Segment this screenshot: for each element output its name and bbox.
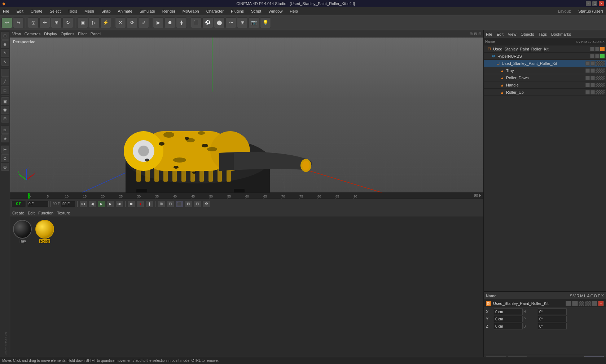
obj-flag-v[interactable] (595, 47, 600, 51)
rotate-tool[interactable]: ↻ (1, 49, 9, 57)
mat-menu-function[interactable]: Function (38, 211, 53, 215)
obj-flag-rd-s[interactable] (585, 76, 590, 80)
tl-mode3[interactable]: ⬛ (175, 200, 183, 208)
coord-x-input[interactable] (494, 308, 523, 315)
vp-icon-pin[interactable]: ⊠ (474, 32, 477, 36)
play-btn[interactable]: ▶ (153, 17, 164, 28)
render-active[interactable]: ⚡ (100, 17, 111, 28)
obj-menu-file[interactable]: File (486, 32, 492, 36)
attr-flag-v[interactable] (572, 301, 578, 306)
keyframe-btn[interactable]: ⧫ (176, 17, 187, 28)
obj-menu-view[interactable]: View (508, 32, 517, 36)
obj-row-tray[interactable]: ▲ Tray (484, 67, 606, 74)
obj-flag-tray-s[interactable] (585, 68, 590, 73)
menu-script[interactable]: Script (250, 8, 263, 14)
vp-icon-settings[interactable]: ⊟ (478, 32, 481, 36)
obj-tex-tray-2[interactable] (600, 68, 605, 73)
mat-menu-texture[interactable]: Texture (57, 211, 70, 215)
obj-flag-s[interactable] (590, 47, 594, 51)
obj-menu-objects[interactable]: Objects (521, 32, 534, 36)
record-btn[interactable]: ⏺ (164, 17, 175, 28)
spline-btn[interactable]: 〜 (225, 17, 236, 28)
live-select-button[interactable]: ◎ (28, 17, 39, 28)
minimize-button[interactable]: − (586, 1, 591, 6)
frame-slider[interactable] (27, 201, 49, 207)
solo-btn[interactable]: ◈ (1, 134, 9, 142)
vp-menu-view[interactable]: View (12, 32, 21, 36)
obj-row-hypernurbs[interactable]: ⊛ HyperNURBS (484, 53, 606, 60)
obj-tex-2[interactable] (600, 61, 605, 66)
menu-simulate[interactable]: Simulate (138, 8, 157, 14)
undo-button[interactable]: ↩ (1, 17, 12, 28)
play-forward-button[interactable]: ▶ (97, 200, 105, 208)
obj-row-handle[interactable]: ▲ Handle (484, 81, 606, 89)
tl-mode1[interactable]: ⊞ (157, 200, 165, 208)
point-mode[interactable]: · (1, 69, 9, 77)
render-view[interactable]: ▷ (89, 17, 100, 28)
menu-snap[interactable]: Snap (100, 8, 112, 14)
obj-flag-ru-v[interactable] (590, 90, 595, 94)
menu-window[interactable]: Window (267, 8, 284, 14)
texture-mode[interactable]: ⬟ (1, 106, 9, 114)
poly-mode[interactable]: ◻ (1, 86, 9, 94)
brush-btn[interactable]: ⊙ (1, 154, 9, 162)
maximize-button[interactable]: □ (592, 1, 597, 6)
menu-file[interactable]: File (1, 8, 11, 14)
obj-tex-h-1[interactable] (596, 83, 600, 87)
tl-settings[interactable]: ⚙ (202, 200, 210, 208)
scale-tool[interactable]: ⤡ (1, 58, 9, 66)
obj-tex-ru-2[interactable] (600, 90, 605, 94)
cylinder-btn[interactable]: ⬤ (214, 17, 225, 28)
attr-tex-1[interactable] (579, 301, 584, 306)
menu-create[interactable]: Create (29, 8, 44, 14)
coord-h-input[interactable] (538, 308, 567, 315)
menu-mograph[interactable]: MoGraph (181, 8, 201, 14)
object-mode[interactable]: ▣ (77, 17, 88, 28)
goto-start-button[interactable]: ⏮ (79, 200, 87, 208)
obj-row-roller-up[interactable]: ▲ Roller_Up (484, 89, 606, 96)
coord-p-input[interactable] (538, 316, 567, 322)
coord-y-input[interactable] (494, 316, 523, 322)
material-item-roller[interactable]: Roller (35, 219, 55, 362)
menu-render[interactable]: Render (161, 8, 177, 14)
goto-end-button[interactable]: ⏭ (115, 200, 123, 208)
move-button[interactable]: ✛ (39, 17, 50, 28)
obj-menu-edit[interactable]: Edit (497, 32, 504, 36)
grid-btn[interactable]: ⊞ (237, 17, 248, 28)
move-tool[interactable]: ⊕ (1, 40, 9, 48)
obj-flag-ru-s[interactable] (585, 90, 590, 94)
attr-flag-s[interactable] (566, 301, 571, 306)
record-button[interactable]: ⏺ (127, 200, 135, 208)
obj-row-kit-top[interactable]: ⊡ Used_Stanley_Paint_Roller_Kit (484, 45, 606, 53)
obj-tex-rd-1[interactable] (596, 76, 600, 80)
attr-tex-2[interactable] (585, 301, 591, 306)
menu-select[interactable]: Select (48, 8, 62, 14)
edge-mode[interactable]: ╱ (1, 77, 9, 85)
obj-flag-sel-s[interactable] (585, 61, 590, 66)
obj-flag-hn-s[interactable] (590, 54, 594, 58)
menu-mesh[interactable]: Mesh (83, 8, 96, 14)
obj-tex-tray-1[interactable] (596, 68, 600, 73)
model-mode[interactable]: ▣ (1, 97, 9, 105)
scale-button[interactable]: ⊞ (51, 17, 62, 28)
obj-tex-1[interactable] (596, 61, 600, 66)
ry-btn[interactable]: ⟳ (127, 17, 137, 28)
menu-animate[interactable]: Animate (117, 8, 134, 14)
sphere-btn[interactable]: ⚽ (202, 17, 213, 28)
coord-z-input[interactable] (494, 323, 523, 329)
obj-flag-h-s[interactable] (585, 83, 590, 87)
menu-edit[interactable]: Edit (15, 8, 25, 14)
snap-btn[interactable]: ⊛ (1, 126, 9, 134)
uvw-mode[interactable]: ⊞ (1, 115, 9, 123)
redo-button[interactable]: ↪ (13, 17, 24, 28)
obj-flag-tray-v[interactable] (590, 68, 595, 73)
tl-mode5[interactable]: ⊡ (193, 200, 201, 208)
mat-menu-edit[interactable]: Edit (28, 211, 35, 215)
null-btn[interactable]: ✕ (115, 17, 126, 28)
obj-flag-hn-v[interactable] (595, 54, 600, 58)
prev-frame-button[interactable]: ◀ (88, 200, 96, 208)
paint-btn[interactable]: ◍ (1, 163, 9, 171)
next-frame-button[interactable]: ▶ (106, 200, 114, 208)
obj-menu-bookmarks[interactable]: Bookmarks (551, 32, 571, 36)
vp-menu-cameras[interactable]: Cameras (25, 32, 41, 36)
